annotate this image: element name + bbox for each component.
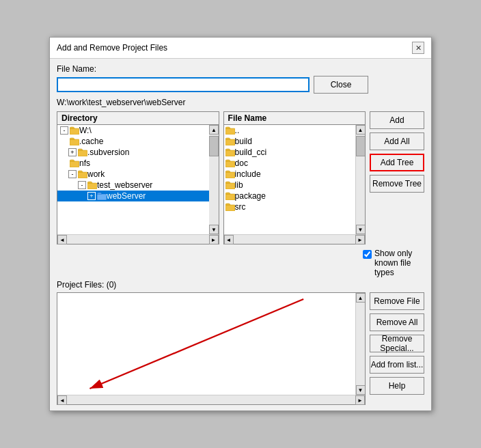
filename-content: .. build build_cci doc bbox=[224, 125, 355, 234]
tree-label: W:\ bbox=[79, 126, 92, 135]
tree-item-webserver[interactable]: + webServer bbox=[57, 191, 209, 201]
file-label: doc bbox=[235, 158, 248, 168]
hscroll-track[interactable] bbox=[67, 235, 209, 244]
folder-icon bbox=[78, 170, 87, 178]
svg-rect-3 bbox=[70, 161, 79, 167]
file-item-parent[interactable]: .. bbox=[224, 125, 355, 136]
folder-icon bbox=[87, 181, 97, 189]
svg-rect-7 bbox=[225, 128, 235, 135]
tree-item-test-webserver[interactable]: - test_webserver bbox=[57, 180, 209, 191]
help-button[interactable]: Help bbox=[370, 377, 424, 395]
folder-icon bbox=[225, 148, 235, 156]
svg-rect-6 bbox=[97, 194, 107, 200]
hscroll-right[interactable]: ► bbox=[355, 395, 365, 405]
tree-label: webServer bbox=[107, 191, 146, 201]
scroll-down-arrow[interactable]: ▼ bbox=[356, 225, 366, 234]
hscroll-track[interactable] bbox=[67, 395, 355, 404]
scroll-thumb[interactable] bbox=[209, 136, 219, 156]
file-label: build bbox=[235, 137, 252, 146]
svg-rect-1 bbox=[70, 139, 79, 145]
close-button[interactable]: Close bbox=[314, 76, 368, 94]
scroll-up-arrow[interactable]: ▲ bbox=[356, 125, 366, 135]
tree-label: test_webserver bbox=[97, 180, 152, 190]
checkbox-label: Show only known file types bbox=[374, 249, 424, 277]
folder-icon bbox=[78, 148, 87, 156]
file-item-include[interactable]: include bbox=[224, 169, 355, 180]
scroll-down-arrow[interactable]: ▼ bbox=[356, 385, 366, 395]
hscroll-right[interactable]: ► bbox=[355, 235, 365, 244]
svg-rect-4 bbox=[78, 172, 87, 178]
scroll-up-arrow[interactable]: ▲ bbox=[209, 125, 219, 135]
scroll-up-arrow[interactable]: ▲ bbox=[356, 293, 366, 303]
hscroll-left[interactable]: ◄ bbox=[224, 235, 234, 244]
tree-item-work[interactable]: - work bbox=[57, 169, 209, 180]
scroll-down-arrow[interactable]: ▼ bbox=[209, 225, 219, 234]
expand-subversion[interactable]: + bbox=[68, 148, 77, 156]
file-label: .. bbox=[235, 126, 240, 135]
expand-webserver[interactable]: + bbox=[87, 192, 96, 200]
project-panel: ▲ ▼ ◄ ► bbox=[57, 292, 366, 405]
folder-icon bbox=[70, 126, 79, 135]
project-main: ▲ ▼ ◄ ► bbox=[57, 292, 366, 405]
hscroll-track[interactable] bbox=[234, 235, 355, 244]
svg-rect-13 bbox=[225, 194, 235, 200]
tree-item-nfs[interactable]: nfs bbox=[57, 158, 209, 169]
dialog-title: Add and Remove Project Files bbox=[57, 43, 167, 53]
project-hscroll[interactable]: ◄ ► bbox=[57, 395, 365, 404]
directory-header: Directory bbox=[57, 112, 219, 125]
file-item-src[interactable]: src bbox=[224, 201, 355, 212]
directory-vscroll[interactable]: ▲ ▼ bbox=[209, 125, 219, 234]
directory-panel: Directory - W:\ bbox=[57, 111, 219, 244]
svg-rect-12 bbox=[225, 183, 235, 189]
add-from-list-button[interactable]: Add from list... bbox=[370, 356, 424, 374]
project-vscroll[interactable]: ▲ ▼ bbox=[355, 293, 365, 395]
directory-hscroll[interactable]: ◄ ► bbox=[57, 234, 219, 244]
remove-special-button[interactable]: Remove Special... bbox=[370, 335, 424, 352]
svg-rect-10 bbox=[225, 161, 235, 167]
remove-file-button[interactable]: Remove File bbox=[370, 292, 424, 310]
hscroll-left[interactable]: ◄ bbox=[57, 395, 67, 405]
file-item-build-cci[interactable]: build_cci bbox=[224, 147, 355, 158]
tree-item-cache[interactable]: .cache bbox=[57, 136, 209, 147]
file-name-input[interactable] bbox=[57, 77, 310, 92]
show-only-known-label: Show only known file types bbox=[363, 249, 424, 277]
add-tree-button[interactable]: Add Tree bbox=[370, 154, 424, 171]
arrow-annotation bbox=[57, 293, 355, 395]
svg-rect-9 bbox=[225, 150, 235, 156]
right-buttons: Add Add All Add Tree Remove Tree bbox=[370, 111, 424, 244]
file-item-package[interactable]: package bbox=[224, 191, 355, 201]
scroll-track[interactable] bbox=[209, 135, 219, 225]
scroll-track[interactable] bbox=[356, 303, 366, 385]
hscroll-right[interactable]: ► bbox=[209, 235, 219, 244]
filename-vscroll[interactable]: ▲ ▼ bbox=[355, 125, 365, 234]
file-item-build[interactable]: build bbox=[224, 136, 355, 147]
expand-work[interactable]: - bbox=[68, 170, 77, 178]
file-item-doc[interactable]: doc bbox=[224, 158, 355, 169]
scroll-thumb[interactable] bbox=[356, 136, 366, 156]
svg-line-16 bbox=[90, 299, 303, 389]
folder-icon bbox=[225, 192, 235, 200]
main-dialog: Add and Remove Project Files ✕ File Name… bbox=[49, 37, 432, 411]
expand-test-webserver[interactable]: - bbox=[78, 181, 86, 189]
filename-hscroll[interactable]: ◄ ► bbox=[224, 234, 365, 244]
folder-icon bbox=[225, 137, 235, 145]
scroll-track[interactable] bbox=[356, 135, 366, 225]
file-item-lib[interactable]: lib bbox=[224, 180, 355, 191]
tree-item-subversion[interactable]: + .subversion bbox=[57, 147, 209, 158]
tree-label: .cache bbox=[79, 137, 103, 146]
folder-icon bbox=[225, 159, 235, 167]
remove-all-button[interactable]: Remove All bbox=[370, 313, 424, 331]
close-icon[interactable]: ✕ bbox=[412, 42, 424, 54]
show-only-known-checkbox[interactable] bbox=[363, 250, 372, 259]
directory-tree-content: - W:\ .cache + bbox=[57, 125, 209, 234]
expand-w[interactable]: - bbox=[60, 126, 68, 135]
checkbox-area: Show only known file types bbox=[57, 249, 424, 277]
folder-icon bbox=[70, 159, 79, 167]
add-all-button[interactable]: Add All bbox=[370, 132, 424, 150]
add-button[interactable]: Add bbox=[370, 111, 424, 129]
hscroll-left[interactable]: ◄ bbox=[57, 235, 67, 244]
remove-tree-button[interactable]: Remove Tree bbox=[370, 175, 424, 193]
panels-row: Directory - W:\ bbox=[57, 111, 424, 244]
tree-item-w[interactable]: - W:\ bbox=[57, 125, 209, 136]
svg-rect-8 bbox=[225, 139, 235, 145]
